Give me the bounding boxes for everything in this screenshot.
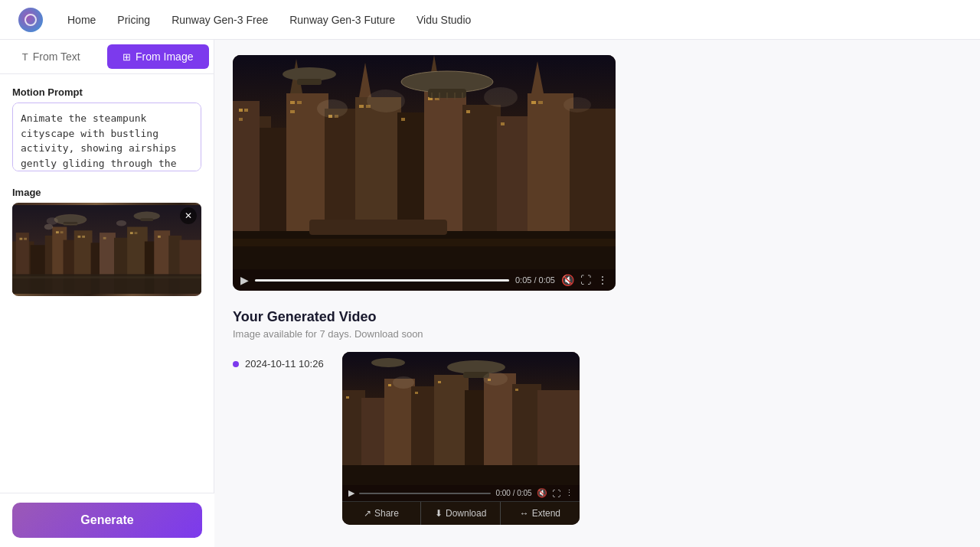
entry-timestamp: 2024-10-11 10:26 [245, 358, 324, 370]
svg-rect-85 [309, 220, 447, 235]
generate-btn-wrap: Generate [0, 493, 214, 547]
small-progress-bar[interactable] [359, 493, 492, 494]
progress-fill [255, 279, 509, 282]
nav-runway-free[interactable]: Runway Gen-3 Free [172, 14, 268, 26]
nav-runway-future[interactable]: Runway Gen-3 Future [289, 14, 395, 26]
small-video-controls: ▶ 0:00 / 0:05 🔇 ⛶ ⋮ [342, 485, 580, 501]
svg-rect-102 [515, 389, 518, 391]
main-time-label: 0:05 / 0:05 [515, 275, 555, 285]
svg-rect-108 [342, 465, 580, 485]
text-icon: T [22, 51, 28, 63]
generate-button[interactable]: Generate [12, 503, 202, 538]
svg-point-82 [484, 87, 518, 107]
svg-rect-68 [531, 101, 536, 104]
svg-point-32 [47, 217, 58, 225]
svg-rect-53 [239, 109, 243, 112]
download-icon: ⬇ [435, 508, 443, 519]
nav-pricing[interactable]: Pricing [117, 14, 150, 26]
generated-section: Your Generated Video Image available for… [233, 309, 962, 525]
svg-rect-86 [233, 239, 616, 246]
svg-point-83 [564, 97, 591, 112]
svg-rect-63 [401, 118, 405, 121]
city-thumb-svg [12, 203, 201, 296]
svg-point-105 [371, 358, 405, 367]
main-video-scene [233, 55, 616, 269]
share-icon: ↗ [364, 508, 371, 519]
svg-rect-58 [290, 110, 295, 113]
svg-rect-24 [135, 232, 138, 234]
svg-rect-56 [290, 101, 295, 104]
small-video-frame [342, 352, 580, 485]
right-panel: ▶ 0:05 / 0:05 🔇 ⛶ ⋮ Your Generated Video… [214, 40, 980, 547]
small-fullscreen-icon[interactable]: ⛶ [552, 489, 560, 498]
panel-body: Motion Prompt Image [0, 74, 214, 547]
svg-rect-54 [244, 109, 248, 112]
history-entry: 2024-10-11 10:26 [233, 358, 324, 370]
volume-icon[interactable]: 🔇 [561, 274, 574, 286]
image-remove-button[interactable]: ✕ [180, 207, 197, 224]
svg-rect-99 [415, 392, 418, 394]
image-upload-area[interactable]: ✕ [12, 203, 201, 296]
svg-point-33 [116, 220, 126, 226]
svg-rect-79 [297, 79, 322, 85]
svg-point-81 [367, 90, 405, 112]
small-video-container: ▶ 0:00 / 0:05 🔇 ⛶ ⋮ ↗ Share [342, 352, 580, 525]
navbar: Home Pricing Runway Gen-3 Free Runway Ge… [0, 0, 980, 40]
small-video-scene [342, 352, 580, 485]
small-volume-icon[interactable]: 🔇 [537, 488, 547, 498]
tab-from-image[interactable]: ⊞ From Image [107, 44, 210, 69]
fullscreen-icon[interactable]: ⛶ [580, 274, 591, 286]
tab-from-text[interactable]: T From Text [0, 40, 103, 73]
main-progress-bar[interactable] [255, 279, 509, 282]
svg-rect-55 [239, 118, 243, 121]
svg-rect-23 [130, 232, 133, 234]
left-panel: T From Text ⊞ From Image Motion Prompt I… [0, 40, 214, 547]
entry-dot [233, 361, 239, 367]
svg-point-31 [44, 224, 53, 230]
logo-inner [24, 14, 37, 26]
tab-from-text-label: From Text [33, 50, 80, 63]
main-video-frame [233, 55, 616, 269]
main-video-controls: ▶ 0:05 / 0:05 🔇 ⛶ ⋮ [233, 269, 616, 291]
close-icon: ✕ [185, 210, 192, 221]
download-button[interactable]: ⬇ Download [421, 502, 501, 525]
small-play-icon: ▶ [348, 488, 354, 497]
video-action-bar: ↗ Share ⬇ Download ↔ Extend [342, 501, 580, 525]
extend-icon: ↔ [520, 508, 529, 519]
generated-video-subtitle: Image available for 7 days. Download soo… [233, 328, 962, 340]
motion-prompt-section: Motion Prompt [12, 86, 201, 174]
svg-rect-57 [297, 101, 302, 104]
svg-rect-17 [24, 238, 27, 240]
svg-rect-21 [82, 236, 85, 238]
svg-rect-16 [20, 238, 23, 240]
svg-point-80 [317, 99, 348, 118]
main-play-button[interactable]: ▶ [240, 274, 249, 286]
nav-home[interactable]: Home [67, 14, 96, 26]
svg-rect-61 [359, 105, 364, 108]
nav-links: Home Pricing Runway Gen-3 Free Runway Ge… [67, 14, 471, 26]
small-time-label: 0:00 / 0:05 [495, 489, 531, 497]
svg-rect-69 [538, 101, 543, 104]
svg-rect-100 [438, 381, 441, 383]
main-video-container: ▶ 0:05 / 0:05 🔇 ⛶ ⋮ [233, 55, 616, 291]
motion-prompt-textarea[interactable] [12, 103, 201, 171]
more-options-icon[interactable]: ⋮ [597, 274, 608, 286]
play-icon: ▶ [240, 274, 249, 286]
extend-label: Extend [532, 508, 560, 519]
svg-rect-19 [60, 231, 64, 233]
image-label: Image [12, 187, 201, 198]
share-button[interactable]: ↗ Share [342, 502, 422, 525]
nav-vidu[interactable]: Vidu Studio [416, 14, 471, 26]
small-more-icon[interactable]: ⋮ [565, 488, 573, 498]
tab-from-image-label: From Image [136, 50, 193, 63]
app-layout: T From Text ⊞ From Image Motion Prompt I… [0, 40, 980, 547]
extend-button[interactable]: ↔ Extend [501, 502, 580, 525]
svg-rect-98 [388, 384, 391, 386]
image-preview [12, 203, 201, 296]
svg-rect-66 [466, 110, 470, 113]
small-play-button[interactable]: ▶ [348, 488, 354, 498]
generated-video-title: Your Generated Video [233, 309, 962, 325]
logo[interactable] [18, 8, 43, 32]
share-label: Share [374, 508, 399, 519]
tabs-row: T From Text ⊞ From Image [0, 40, 214, 74]
